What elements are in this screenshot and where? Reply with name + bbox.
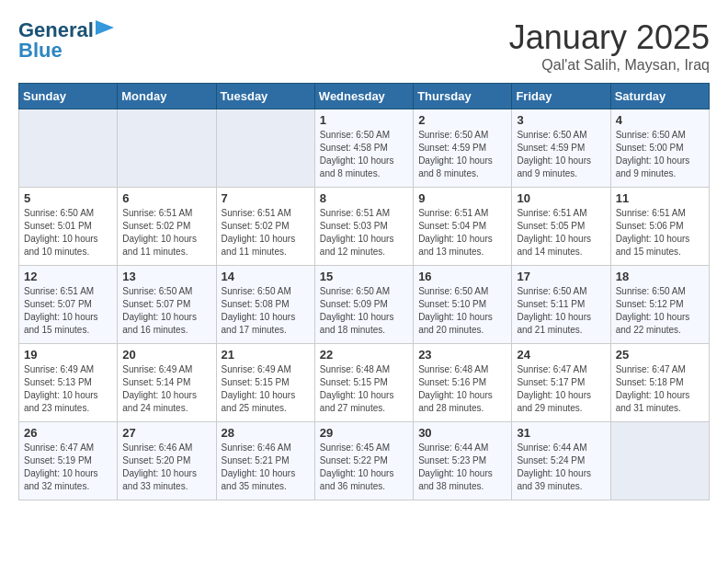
calendar-cell: 21Sunrise: 6:49 AM Sunset: 5:15 PM Dayli… <box>216 344 314 422</box>
day-info: Sunrise: 6:48 AM Sunset: 5:16 PM Dayligh… <box>418 363 506 415</box>
day-info: Sunrise: 6:47 AM Sunset: 5:17 PM Dayligh… <box>517 363 605 415</box>
day-number: 11 <box>616 191 704 205</box>
calendar-week-1: 1Sunrise: 6:50 AM Sunset: 4:58 PM Daylig… <box>19 109 710 188</box>
calendar-title: January 2025 <box>509 18 710 57</box>
calendar-cell: 27Sunrise: 6:46 AM Sunset: 5:20 PM Dayli… <box>118 422 216 500</box>
day-number: 14 <box>222 270 310 283</box>
calendar-cell: 18Sunrise: 6:50 AM Sunset: 5:12 PM Dayli… <box>610 266 709 344</box>
calendar-week-3: 12Sunrise: 6:51 AM Sunset: 5:07 PM Dayli… <box>19 266 710 344</box>
calendar-cell: 23Sunrise: 6:48 AM Sunset: 5:16 PM Dayli… <box>414 344 512 422</box>
day-info: Sunrise: 6:44 AM Sunset: 5:24 PM Dayligh… <box>517 442 605 493</box>
day-info: Sunrise: 6:49 AM Sunset: 5:14 PM Dayligh… <box>122 363 210 415</box>
day-info: Sunrise: 6:50 AM Sunset: 5:09 PM Dayligh… <box>320 285 408 337</box>
calendar-week-2: 5Sunrise: 6:50 AM Sunset: 5:01 PM Daylig… <box>19 188 710 266</box>
calendar-cell: 19Sunrise: 6:49 AM Sunset: 5:13 PM Dayli… <box>19 344 118 422</box>
day-number: 12 <box>24 270 112 283</box>
day-number: 13 <box>122 270 210 283</box>
page-header: General Blue January 2025 Qal'at Salih, … <box>18 18 710 74</box>
weekday-header-monday: Monday <box>118 84 216 109</box>
calendar-cell: 3Sunrise: 6:50 AM Sunset: 4:59 PM Daylig… <box>512 109 610 188</box>
day-info: Sunrise: 6:48 AM Sunset: 5:15 PM Dayligh… <box>320 363 408 415</box>
weekday-header-tuesday: Tuesday <box>216 84 314 109</box>
calendar-cell: 9Sunrise: 6:51 AM Sunset: 5:04 PM Daylig… <box>414 188 512 266</box>
calendar-week-4: 19Sunrise: 6:49 AM Sunset: 5:13 PM Dayli… <box>19 344 710 422</box>
day-info: Sunrise: 6:51 AM Sunset: 5:07 PM Dayligh… <box>24 285 112 337</box>
day-info: Sunrise: 6:50 AM Sunset: 5:07 PM Dayligh… <box>122 285 210 337</box>
logo-arrow-icon <box>96 20 114 35</box>
day-info: Sunrise: 6:49 AM Sunset: 5:15 PM Dayligh… <box>222 363 310 415</box>
calendar-cell: 12Sunrise: 6:51 AM Sunset: 5:07 PM Dayli… <box>19 266 118 344</box>
day-number: 2 <box>418 113 506 127</box>
day-number: 18 <box>616 270 704 283</box>
day-info: Sunrise: 6:47 AM Sunset: 5:19 PM Dayligh… <box>24 442 112 493</box>
day-number: 17 <box>517 270 605 283</box>
day-info: Sunrise: 6:50 AM Sunset: 5:01 PM Dayligh… <box>24 207 112 259</box>
calendar-table: SundayMondayTuesdayWednesdayThursdayFrid… <box>18 83 710 500</box>
weekday-header-friday: Friday <box>512 84 610 109</box>
day-number: 1 <box>320 113 408 127</box>
calendar-cell: 20Sunrise: 6:49 AM Sunset: 5:14 PM Dayli… <box>118 344 216 422</box>
calendar-subtitle: Qal'at Salih, Maysan, Iraq <box>509 57 710 74</box>
calendar-cell: 10Sunrise: 6:51 AM Sunset: 5:05 PM Dayli… <box>512 188 610 266</box>
day-number: 24 <box>517 348 605 362</box>
weekday-header-sunday: Sunday <box>19 84 118 109</box>
calendar-cell: 5Sunrise: 6:50 AM Sunset: 5:01 PM Daylig… <box>19 188 118 266</box>
calendar-cell: 7Sunrise: 6:51 AM Sunset: 5:02 PM Daylig… <box>216 188 314 266</box>
calendar-cell <box>118 109 216 188</box>
calendar-cell: 1Sunrise: 6:50 AM Sunset: 4:58 PM Daylig… <box>314 109 413 188</box>
day-number: 10 <box>517 191 605 205</box>
day-number: 5 <box>24 191 112 205</box>
day-number: 26 <box>24 426 112 440</box>
day-info: Sunrise: 6:45 AM Sunset: 5:22 PM Dayligh… <box>320 442 408 493</box>
calendar-cell: 28Sunrise: 6:46 AM Sunset: 5:21 PM Dayli… <box>216 422 314 500</box>
day-info: Sunrise: 6:50 AM Sunset: 5:10 PM Dayligh… <box>418 285 506 337</box>
calendar-cell: 16Sunrise: 6:50 AM Sunset: 5:10 PM Dayli… <box>414 266 512 344</box>
day-number: 28 <box>222 426 310 440</box>
day-number: 31 <box>517 426 605 440</box>
logo-general: General <box>18 18 94 41</box>
calendar-header: SundayMondayTuesdayWednesdayThursdayFrid… <box>19 84 710 109</box>
calendar-cell: 22Sunrise: 6:48 AM Sunset: 5:15 PM Dayli… <box>314 344 413 422</box>
title-block: January 2025 Qal'at Salih, Maysan, Iraq <box>509 18 710 74</box>
day-number: 9 <box>418 191 506 205</box>
day-number: 22 <box>320 348 408 362</box>
day-info: Sunrise: 6:47 AM Sunset: 5:18 PM Dayligh… <box>616 363 704 415</box>
day-info: Sunrise: 6:50 AM Sunset: 4:59 PM Dayligh… <box>517 129 605 180</box>
calendar-cell: 8Sunrise: 6:51 AM Sunset: 5:03 PM Daylig… <box>314 188 413 266</box>
day-info: Sunrise: 6:50 AM Sunset: 5:00 PM Dayligh… <box>616 129 704 180</box>
calendar-cell: 6Sunrise: 6:51 AM Sunset: 5:02 PM Daylig… <box>118 188 216 266</box>
day-info: Sunrise: 6:51 AM Sunset: 5:03 PM Dayligh… <box>320 207 408 259</box>
logo: General Blue <box>18 18 94 63</box>
day-number: 16 <box>418 270 506 283</box>
day-info: Sunrise: 6:49 AM Sunset: 5:13 PM Dayligh… <box>24 363 112 415</box>
day-info: Sunrise: 6:51 AM Sunset: 5:02 PM Dayligh… <box>222 207 310 259</box>
day-number: 27 <box>122 426 210 440</box>
day-info: Sunrise: 6:50 AM Sunset: 5:12 PM Dayligh… <box>616 285 704 337</box>
day-info: Sunrise: 6:51 AM Sunset: 5:06 PM Dayligh… <box>616 207 704 259</box>
weekday-header-wednesday: Wednesday <box>314 84 413 109</box>
day-info: Sunrise: 6:44 AM Sunset: 5:23 PM Dayligh… <box>418 442 506 493</box>
svg-marker-0 <box>96 20 114 35</box>
day-number: 21 <box>222 348 310 362</box>
day-info: Sunrise: 6:50 AM Sunset: 5:08 PM Dayligh… <box>222 285 310 337</box>
calendar-cell <box>216 109 314 188</box>
calendar-week-5: 26Sunrise: 6:47 AM Sunset: 5:19 PM Dayli… <box>19 422 710 500</box>
day-info: Sunrise: 6:46 AM Sunset: 5:20 PM Dayligh… <box>122 442 210 493</box>
calendar-cell: 4Sunrise: 6:50 AM Sunset: 5:00 PM Daylig… <box>610 109 709 188</box>
day-info: Sunrise: 6:46 AM Sunset: 5:21 PM Dayligh… <box>222 442 310 493</box>
weekday-header-thursday: Thursday <box>414 84 512 109</box>
calendar-cell <box>19 109 118 188</box>
calendar-cell: 29Sunrise: 6:45 AM Sunset: 5:22 PM Dayli… <box>314 422 413 500</box>
day-number: 23 <box>418 348 506 362</box>
calendar-cell <box>610 422 709 500</box>
calendar-cell: 11Sunrise: 6:51 AM Sunset: 5:06 PM Dayli… <box>610 188 709 266</box>
day-number: 29 <box>320 426 408 440</box>
day-number: 3 <box>517 113 605 127</box>
calendar-cell: 14Sunrise: 6:50 AM Sunset: 5:08 PM Dayli… <box>216 266 314 344</box>
day-number: 20 <box>122 348 210 362</box>
day-info: Sunrise: 6:51 AM Sunset: 5:04 PM Dayligh… <box>418 207 506 259</box>
calendar-cell: 2Sunrise: 6:50 AM Sunset: 4:59 PM Daylig… <box>414 109 512 188</box>
day-info: Sunrise: 6:51 AM Sunset: 5:05 PM Dayligh… <box>517 207 605 259</box>
calendar-cell: 15Sunrise: 6:50 AM Sunset: 5:09 PM Dayli… <box>314 266 413 344</box>
day-number: 4 <box>616 113 704 127</box>
